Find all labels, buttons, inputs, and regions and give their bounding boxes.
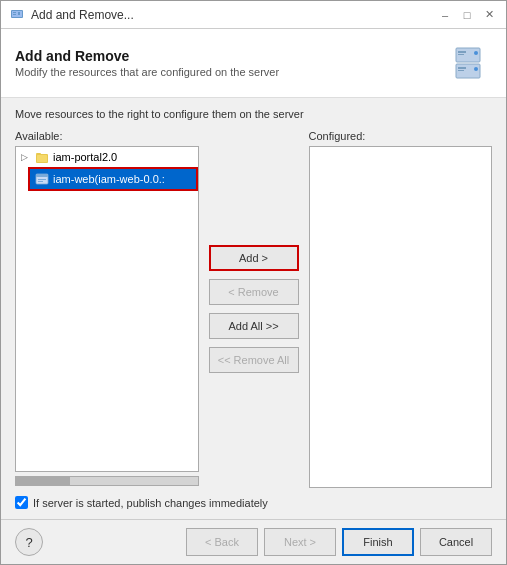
- svg-rect-15: [37, 155, 47, 162]
- help-button[interactable]: ?: [15, 528, 43, 556]
- close-button[interactable]: ✕: [480, 6, 498, 24]
- lists-section: Available: ▷ iam-portal2.0: [15, 130, 492, 488]
- add-button[interactable]: Add >: [209, 245, 299, 271]
- header-title: Add and Remove: [15, 48, 279, 64]
- available-label: Available:: [15, 130, 199, 142]
- main-window: Add and Remove... – □ ✕ Add and Remove M…: [0, 0, 507, 565]
- content-area: Move resources to the right to configure…: [1, 98, 506, 519]
- available-panel: Available: ▷ iam-portal2.0: [15, 130, 199, 488]
- svg-rect-3: [13, 14, 16, 15]
- web-icon-2: [35, 172, 49, 186]
- title-bar: Add and Remove... – □ ✕: [1, 1, 506, 29]
- scrollbar-track: [15, 476, 199, 486]
- svg-rect-14: [36, 153, 41, 155]
- minimize-button[interactable]: –: [436, 6, 454, 24]
- publish-checkbox[interactable]: [15, 496, 28, 509]
- svg-rect-4: [18, 12, 20, 15]
- title-controls: – □ ✕: [436, 6, 498, 24]
- svg-rect-2: [13, 12, 16, 13]
- back-button[interactable]: < Back: [186, 528, 258, 556]
- folder-icon-1: [35, 150, 49, 164]
- svg-rect-17: [36, 174, 48, 177]
- expand-icon-1: ▷: [21, 152, 31, 162]
- svg-rect-9: [458, 67, 466, 69]
- remove-all-button[interactable]: << Remove All: [209, 347, 299, 373]
- checkbox-area: If server is started, publish changes im…: [15, 496, 492, 509]
- add-all-button[interactable]: Add All >>: [209, 313, 299, 339]
- footer: ? < Back Next > Finish Cancel: [1, 519, 506, 564]
- footer-right: < Back Next > Finish Cancel: [186, 528, 492, 556]
- header-icon-area: [444, 39, 492, 87]
- finish-button[interactable]: Finish: [342, 528, 414, 556]
- footer-left: ?: [15, 528, 43, 556]
- publish-label[interactable]: If server is started, publish changes im…: [33, 497, 268, 509]
- available-item-2-label: iam-web(iam-web-0.0.:: [53, 173, 165, 185]
- available-item-2[interactable]: iam-web(iam-web-0.0.:: [28, 167, 198, 191]
- available-list[interactable]: ▷ iam-portal2.0: [15, 146, 199, 472]
- title-bar-left: Add and Remove...: [9, 7, 134, 23]
- header-text-block: Add and Remove Modify the resources that…: [15, 48, 279, 78]
- svg-rect-18: [38, 179, 46, 180]
- svg-point-11: [474, 51, 478, 55]
- svg-point-12: [474, 67, 478, 71]
- title-icon: [9, 7, 25, 23]
- header-area: Add and Remove Modify the resources that…: [1, 29, 506, 98]
- configured-label: Configured:: [309, 130, 493, 142]
- available-scrollbar[interactable]: [15, 474, 199, 488]
- svg-rect-7: [458, 51, 466, 53]
- title-text: Add and Remove...: [31, 8, 134, 22]
- instruction-text: Move resources to the right to configure…: [15, 108, 492, 120]
- configured-panel: Configured:: [309, 130, 493, 488]
- buttons-panel: Add > < Remove Add All >> << Remove All: [199, 130, 309, 488]
- svg-rect-19: [38, 181, 43, 182]
- available-item-1-label: iam-portal2.0: [53, 151, 117, 163]
- next-button[interactable]: Next >: [264, 528, 336, 556]
- svg-rect-10: [458, 70, 464, 71]
- configured-list[interactable]: [309, 146, 493, 488]
- cancel-button[interactable]: Cancel: [420, 528, 492, 556]
- scrollbar-thumb: [16, 477, 70, 485]
- available-item-1[interactable]: ▷ iam-portal2.0: [16, 147, 198, 167]
- header-subtitle: Modify the resources that are configured…: [15, 66, 279, 78]
- svg-rect-8: [458, 54, 464, 55]
- server-svg-icon: [448, 43, 488, 83]
- maximize-button[interactable]: □: [458, 6, 476, 24]
- remove-button[interactable]: < Remove: [209, 279, 299, 305]
